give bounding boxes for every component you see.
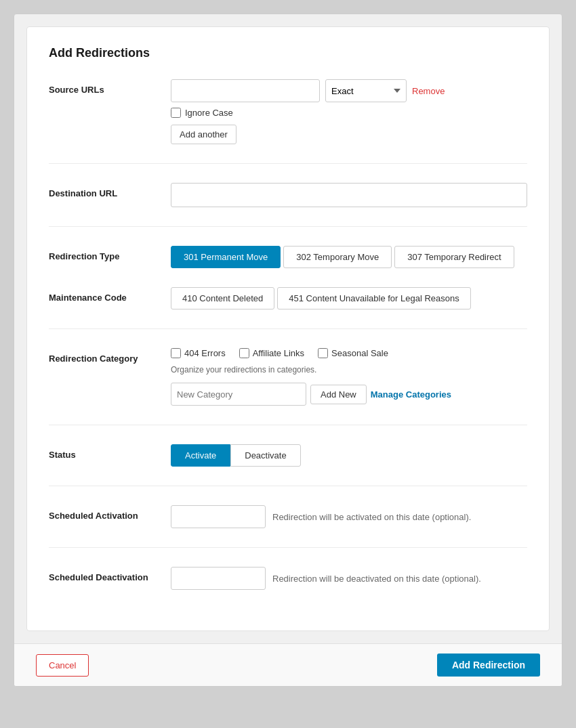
match-type-select[interactable]: Exact Regex Plain [325,79,407,102]
destination-url-content [171,183,527,207]
ignore-case-checkbox[interactable] [171,108,181,118]
category-seasonal-label[interactable]: Seasonal Sale [331,348,388,358]
category-affiliate-checkbox[interactable] [239,348,249,358]
scheduled-activation-content: Redirection will be activated on this da… [171,505,527,528]
redirection-category-label: Redirection Category [49,348,171,364]
add-another-button[interactable]: Add another [171,125,236,144]
scheduled-deactivation-input-row: Redirection will be deactivated on this … [171,567,527,590]
status-content: Activate Deactivate [171,444,527,467]
maintenance-code-row: Maintenance Code 410 Content Deleted 451… [49,287,527,309]
ignore-case-label[interactable]: Ignore Case [185,108,233,118]
divider-2 [49,226,527,227]
redirection-category-row: Redirection Category 404 Errors Affiliat… [49,348,527,406]
source-url-input[interactable] [171,79,320,102]
destination-url-label: Destination URL [49,183,171,198]
redirection-type-group: 301 Permanent Move 302 Temporary Move 30… [171,246,527,268]
new-category-row: Add New Manage Categories [171,383,527,406]
category-404-errors: 404 Errors [171,348,226,358]
source-url-input-row: Exact Regex Plain Remove [171,79,527,102]
category-affiliate-label[interactable]: Affiliate Links [253,348,304,358]
scheduled-activation-input[interactable] [171,505,266,528]
destination-url-input[interactable] [171,183,527,207]
scheduled-activation-row: Scheduled Activation Redirection will be… [49,505,527,528]
add-redirection-button[interactable]: Add Redirection [437,654,540,677]
ignore-case-row: Ignore Case [171,108,527,118]
divider-3 [49,328,527,329]
scheduled-deactivation-content: Redirection will be deactivated on this … [171,567,527,590]
manage-categories-link[interactable]: Manage Categories [371,389,451,400]
source-urls-row: Source URLs Exact Regex Plain Remove Ign… [49,79,527,144]
activate-button[interactable]: Activate [171,444,230,467]
divider-4 [49,425,527,425]
remove-link[interactable]: Remove [412,86,445,96]
status-label: Status [49,444,171,460]
redirection-type-content: 301 Permanent Move 302 Temporary Move 30… [171,246,527,268]
deactivate-button[interactable]: Deactivate [230,444,300,467]
scheduled-activation-label: Scheduled Activation [49,505,171,521]
organize-hint: Organize your redirections in categories… [171,365,527,374]
redirection-type-label: Redirection Type [49,246,171,261]
add-new-category-button[interactable]: Add New [310,385,367,404]
source-urls-content: Exact Regex Plain Remove Ignore Case Add… [171,79,527,144]
scheduled-activation-input-row: Redirection will be activated on this da… [171,505,527,528]
redirection-category-content: 404 Errors Affiliate Links Seasonal Sale… [171,348,527,406]
category-seasonal-sale: Seasonal Sale [318,348,388,358]
scheduled-activation-hint: Redirection will be activated on this da… [272,512,471,522]
category-404-label[interactable]: 404 Errors [184,348,226,358]
redirection-type-row: Redirection Type 301 Permanent Move 302 … [49,246,527,268]
cancel-button[interactable]: Cancel [36,654,89,677]
scheduled-deactivation-row: Scheduled Deactivation Redirection will … [49,567,527,590]
category-404-checkbox[interactable] [171,348,181,358]
new-category-input[interactable] [171,383,306,406]
scheduled-deactivation-hint: Redirection will be deactivated on this … [272,574,481,584]
maintenance-code-label: Maintenance Code [49,287,171,303]
modal-body: Add Redirections Source URLs Exact Regex… [26,26,550,631]
destination-url-row: Destination URL [49,183,527,207]
scheduled-deactivation-input[interactable] [171,567,266,590]
type-btn-301[interactable]: 301 Permanent Move [171,246,281,268]
maintenance-code-content: 410 Content Deleted 451 Content Unavaila… [171,287,527,309]
modal-container: Add Redirections Source URLs Exact Regex… [14,14,562,687]
modal-footer: Cancel Add Redirection [14,643,562,686]
status-row: Status Activate Deactivate [49,444,527,467]
maint-btn-451[interactable]: 451 Content Unavailable for Legal Reason… [277,287,471,309]
source-urls-label: Source URLs [49,79,171,95]
type-btn-307[interactable]: 307 Temporary Redirect [394,246,514,268]
type-btn-302[interactable]: 302 Temporary Move [283,246,392,268]
category-affiliate-links: Affiliate Links [239,348,304,358]
scheduled-deactivation-label: Scheduled Deactivation [49,567,171,582]
category-checkboxes: 404 Errors Affiliate Links Seasonal Sale [171,348,527,358]
status-group: Activate Deactivate [171,444,527,467]
divider-1 [49,163,527,164]
maintenance-code-group: 410 Content Deleted 451 Content Unavaila… [171,287,527,309]
page-title: Add Redirections [49,46,527,60]
maint-btn-410[interactable]: 410 Content Deleted [171,287,274,309]
divider-5 [49,486,527,486]
category-seasonal-checkbox[interactable] [318,348,328,358]
divider-6 [49,547,527,548]
